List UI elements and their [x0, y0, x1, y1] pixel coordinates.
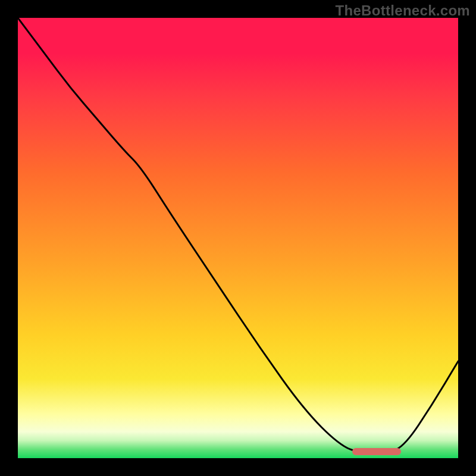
bottleneck-curve-path	[18, 18, 458, 454]
watermark-text: TheBottleneck.com	[336, 2, 470, 19]
optimal-range-marker	[352, 448, 400, 455]
bottleneck-curve	[18, 18, 458, 458]
chart-plot-area	[18, 18, 458, 458]
